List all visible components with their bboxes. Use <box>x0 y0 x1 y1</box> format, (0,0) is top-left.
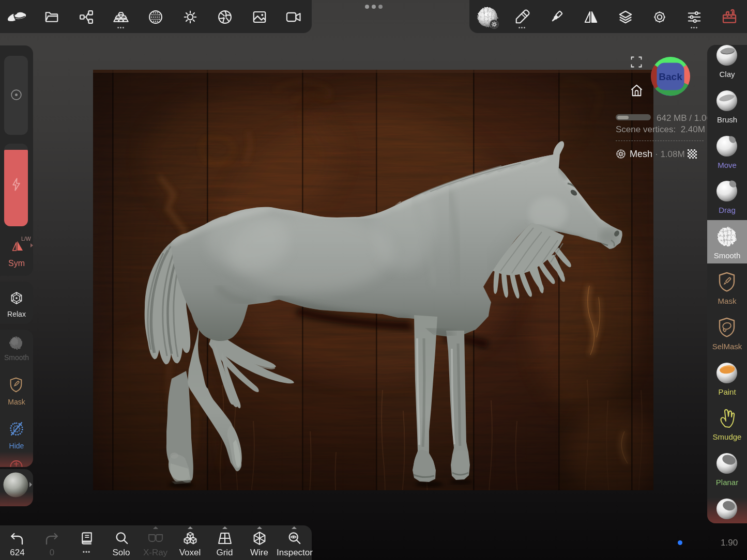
svg-text:Back: Back <box>659 71 682 82</box>
